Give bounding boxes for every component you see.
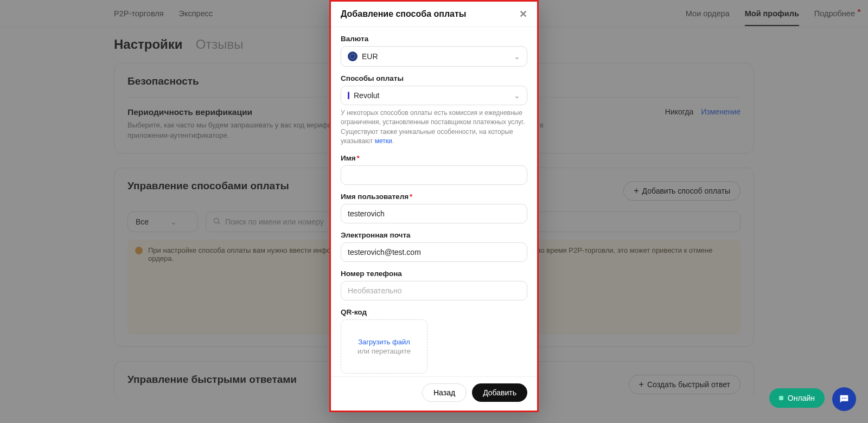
chevron-down-icon: ⌄ [514, 52, 520, 61]
modal-body[interactable]: Валюта EUR ⌄ Способы оплаты Revolut [331, 27, 537, 376]
qr-upload-area[interactable]: Загрузить файл или перетащите [341, 319, 427, 374]
online-label: Онлайн [788, 394, 815, 402]
email-input[interactable] [341, 242, 527, 262]
svg-point-4 [845, 398, 846, 399]
online-dot-icon [779, 396, 783, 400]
chat-icon [838, 393, 850, 405]
svg-point-2 [842, 398, 843, 399]
phone-input[interactable] [341, 281, 527, 300]
svg-point-3 [844, 398, 845, 399]
currency-select[interactable]: EUR ⌄ [341, 46, 527, 67]
email-label: Электронная почта [341, 231, 527, 239]
method-helper-text: У некоторых способов оплаты есть комисси… [341, 109, 525, 145]
upload-sub-text: или перетащите [358, 347, 411, 355]
username-label: Имя пользователя* [341, 193, 527, 201]
chevron-down-icon: ⌄ [514, 91, 520, 100]
username-input[interactable] [341, 204, 527, 223]
method-select[interactable]: Revolut ⌄ [341, 86, 527, 105]
method-value: Revolut [354, 91, 379, 100]
add-payment-method-modal: Добавление способа оплаты ✕ Валюта EUR ⌄… [329, 0, 539, 412]
chat-fab[interactable] [832, 387, 856, 411]
name-input[interactable] [341, 165, 527, 185]
name-label: Имя* [341, 154, 527, 162]
method-label: Способы оплаты [341, 74, 527, 82]
upload-file-link[interactable]: Загрузить файл [358, 338, 410, 346]
modal-overlay: Добавление способа оплаты ✕ Валюта EUR ⌄… [0, 0, 868, 423]
eu-flag-icon [348, 52, 358, 61]
currency-label: Валюта [341, 35, 527, 43]
method-tags-link[interactable]: метки [375, 137, 392, 145]
currency-value: EUR [362, 52, 378, 61]
back-button[interactable]: Назад [422, 383, 467, 402]
method-helper: У некоторых способов оплаты есть комисси… [341, 108, 527, 146]
phone-label: Номер телефона [341, 270, 527, 278]
close-icon[interactable]: ✕ [519, 9, 527, 19]
method-color-tag [348, 92, 349, 99]
modal-title: Добавление способа оплаты [341, 9, 467, 19]
add-button[interactable]: Добавить [472, 383, 527, 402]
online-badge[interactable]: Онлайн [769, 388, 825, 408]
qr-label: QR-код [341, 308, 527, 316]
